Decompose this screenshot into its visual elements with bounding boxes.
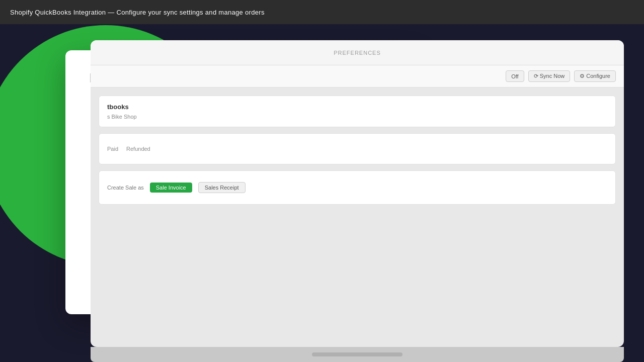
bg-panel-title: tbooks bbox=[107, 103, 607, 111]
bg-content-area: tbooks s Bike Shop Paid Refunded Create … bbox=[91, 87, 624, 213]
bg-sales-receipt-btn: Sales Receipt bbox=[198, 182, 246, 193]
bg-panel-sub: s Bike Shop bbox=[107, 114, 607, 120]
bg-app-header-text: PREFERENCES bbox=[334, 50, 381, 56]
bg-configure-btn: ⚙ Configure bbox=[574, 70, 616, 82]
bg-status-panel: Paid Refunded bbox=[99, 133, 616, 164]
top-bar: Shopify QuickBooks Integration — Configu… bbox=[0, 0, 644, 24]
bg-status-refunded: Refunded bbox=[126, 146, 150, 152]
bg-off-btn: Off bbox=[506, 70, 524, 82]
bg-sale-row: Create Sale as Sale Invoice Sales Receip… bbox=[107, 178, 607, 197]
bg-sale-invoice-btn: Sale Invoice bbox=[150, 183, 192, 193]
bg-quickbooks-panel: tbooks s Bike Shop bbox=[99, 96, 616, 127]
laptop-trackpad bbox=[312, 352, 403, 356]
bg-app-header: PREFERENCES bbox=[91, 40, 624, 65]
bg-status-list: Paid Refunded bbox=[107, 141, 607, 157]
bg-sale-label: Create Sale as bbox=[107, 185, 144, 191]
bg-status-paid: Paid bbox=[107, 146, 118, 152]
laptop-frame: PREFERENCES Off ⟳ Sync Now ⚙ Configure t… bbox=[91, 40, 624, 347]
bg-sale-panel: Create Sale as Sale Invoice Sales Receip… bbox=[99, 170, 616, 205]
top-bar-text: Shopify QuickBooks Integration — Configu… bbox=[10, 9, 265, 16]
bg-app-toolbar: Off ⟳ Sync Now ⚙ Configure bbox=[91, 65, 624, 87]
laptop-bottom-bar bbox=[91, 347, 624, 362]
bg-sync-btn: ⟳ Sync Now bbox=[528, 70, 571, 82]
